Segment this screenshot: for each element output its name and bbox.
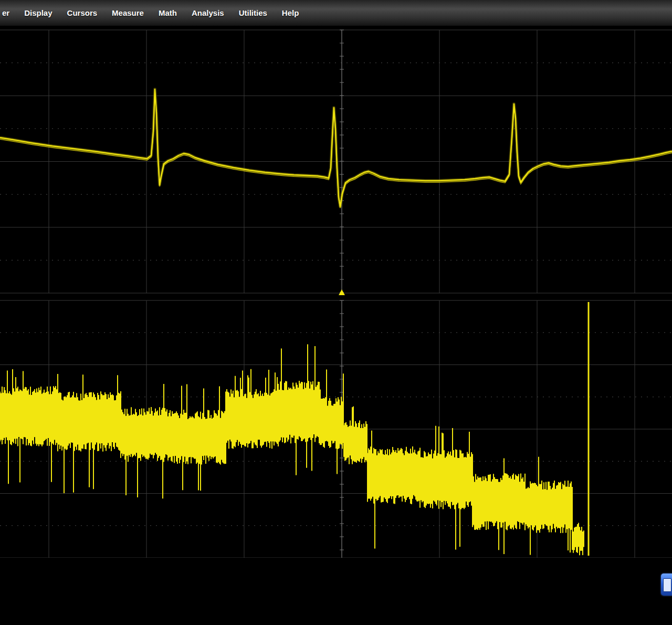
menu-item-cursors[interactable]: Cursors (60, 5, 104, 20)
menu-item-analysis[interactable]: Analysis (185, 5, 231, 20)
menu-item-help[interactable]: Help (275, 5, 306, 20)
window-icon-glyph (663, 578, 671, 592)
menu-bar: erDisplayCursorsMeasureMathAnalysisUtili… (0, 0, 672, 26)
menu-item-measure[interactable]: Measure (105, 5, 151, 20)
menu-item-math[interactable]: Math (152, 5, 184, 20)
menu-item-utilities[interactable]: Utilities (232, 5, 274, 20)
menu-item-er[interactable]: er (1, 5, 16, 20)
scope-graticule (0, 26, 672, 558)
scope-display-area (0, 26, 672, 558)
menu-item-display[interactable]: Display (17, 5, 59, 20)
bottom-strip (0, 558, 672, 625)
window-icon[interactable] (661, 574, 672, 596)
scope-background (0, 26, 672, 558)
